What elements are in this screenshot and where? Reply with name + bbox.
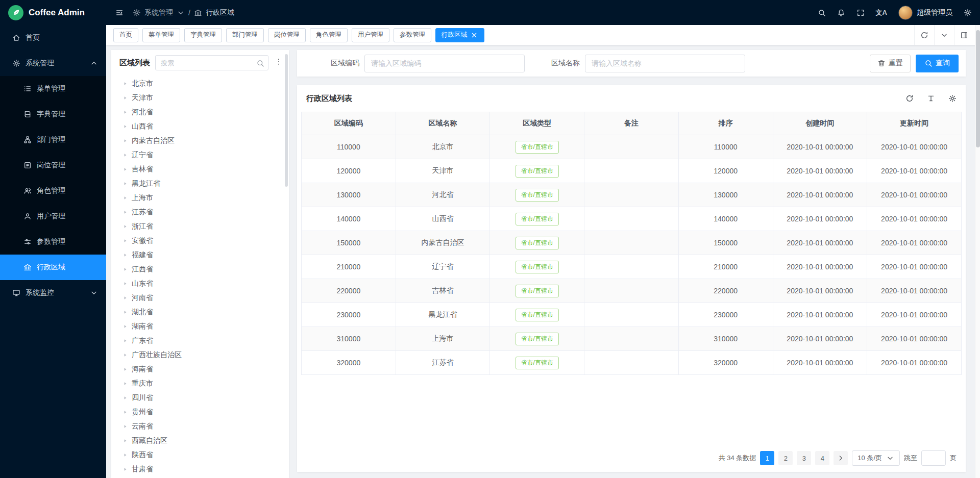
- jump-page-input[interactable]: [921, 450, 946, 466]
- page-button[interactable]: 2: [778, 451, 793, 465]
- sidebar-group-system[interactable]: 系统管理: [0, 51, 106, 76]
- sidebar-item-user-mgmt[interactable]: 用户管理: [0, 204, 106, 229]
- column-header[interactable]: 区域名称: [396, 112, 490, 135]
- table-row[interactable]: 120000 天津市 省市/直辖市 120000 2020-10-01 00:0…: [302, 159, 962, 183]
- tree-node[interactable]: 重庆市: [111, 376, 289, 391]
- tab[interactable]: 岗位管理: [268, 28, 306, 42]
- sidebar-item-region[interactable]: 行政区域: [0, 255, 106, 280]
- layout-panel-button[interactable]: [954, 25, 974, 45]
- notifications-button[interactable]: [837, 9, 845, 17]
- app-logo[interactable]: Coffee Admin: [0, 0, 106, 25]
- close-icon[interactable]: [470, 31, 478, 39]
- column-header[interactable]: 排序: [678, 112, 773, 135]
- tab-actions-button[interactable]: [934, 25, 954, 45]
- region-name-input[interactable]: [585, 55, 745, 72]
- sidebar-group-monitor[interactable]: 系统监控: [0, 280, 106, 306]
- caret-right-icon[interactable]: [122, 110, 128, 115]
- more-options-button[interactable]: [274, 57, 284, 69]
- tree-node[interactable]: 湖北省: [111, 305, 289, 319]
- tree-node[interactable]: 四川省: [111, 391, 289, 405]
- reset-button[interactable]: 重置: [870, 55, 911, 72]
- caret-right-icon[interactable]: [122, 167, 128, 172]
- tree-node[interactable]: 浙江省: [111, 219, 289, 234]
- breadcrumb-section[interactable]: 系统管理: [144, 8, 173, 17]
- caret-right-icon[interactable]: [122, 224, 128, 229]
- page-scrollbar[interactable]: [975, 25, 980, 478]
- caret-right-icon[interactable]: [122, 353, 128, 358]
- caret-right-icon[interactable]: [122, 395, 128, 400]
- column-header[interactable]: 创建时间: [773, 112, 867, 135]
- tree-node[interactable]: 北京市: [111, 77, 289, 91]
- caret-right-icon[interactable]: [122, 295, 128, 300]
- settings-button[interactable]: [964, 9, 972, 17]
- page-size-select[interactable]: 10 条/页: [852, 450, 900, 466]
- caret-right-icon[interactable]: [122, 181, 128, 186]
- tree-node[interactable]: 黑龙江省: [111, 177, 289, 191]
- scrollbar-thumb[interactable]: [976, 30, 980, 147]
- density-button[interactable]: [927, 94, 935, 103]
- refresh-tab-button[interactable]: [914, 25, 934, 45]
- tree-node[interactable]: 贵州省: [111, 405, 289, 419]
- sidebar-item-role-mgmt[interactable]: 角色管理: [0, 178, 106, 204]
- language-button[interactable]: 文A: [876, 8, 887, 17]
- tree-node[interactable]: 山西省: [111, 119, 289, 134]
- sidebar-item-home[interactable]: 首页: [0, 25, 106, 51]
- caret-right-icon[interactable]: [122, 210, 128, 215]
- sidebar-item-post-mgmt[interactable]: 岗位管理: [0, 153, 106, 178]
- tab[interactable]: 行政区域: [435, 28, 484, 42]
- tab[interactable]: 参数管理: [394, 28, 431, 42]
- caret-right-icon[interactable]: [122, 195, 128, 200]
- tree-node[interactable]: 河北省: [111, 105, 289, 119]
- caret-right-icon[interactable]: [122, 281, 128, 286]
- avatar[interactable]: [898, 6, 913, 20]
- tab[interactable]: 用户管理: [352, 28, 389, 42]
- tab[interactable]: 角色管理: [310, 28, 348, 42]
- tree-search-input[interactable]: [155, 55, 268, 70]
- tab[interactable]: 部门管理: [226, 28, 264, 42]
- table-row[interactable]: 140000 山西省 省市/直辖市 140000 2020-10-01 00:0…: [302, 207, 962, 231]
- caret-right-icon[interactable]: [122, 253, 128, 258]
- header-search-button[interactable]: [818, 9, 826, 17]
- tree-node[interactable]: 上海市: [111, 191, 289, 205]
- next-page-button[interactable]: [834, 451, 848, 465]
- caret-right-icon[interactable]: [122, 310, 128, 315]
- caret-right-icon[interactable]: [122, 467, 128, 472]
- caret-right-icon[interactable]: [122, 153, 128, 158]
- table-row[interactable]: 110000 北京市 省市/直辖市 110000 2020-10-01 00:0…: [302, 135, 962, 159]
- table-row[interactable]: 210000 辽宁省 省市/直辖市 210000 2020-10-01 00:0…: [302, 255, 962, 279]
- sidebar-item-dept-mgmt[interactable]: 部门管理: [0, 127, 106, 153]
- caret-right-icon[interactable]: [122, 452, 128, 458]
- table-row[interactable]: 230000 黑龙江省 省市/直辖市 230000 2020-10-01 00:…: [302, 303, 962, 327]
- tree-node[interactable]: 海南省: [111, 362, 289, 376]
- table-row[interactable]: 130000 河北省 省市/直辖市 130000 2020-10-01 00:0…: [302, 183, 962, 207]
- tab[interactable]: 字典管理: [184, 28, 222, 42]
- tree-node[interactable]: 江西省: [111, 262, 289, 276]
- column-header[interactable]: 更新时间: [867, 112, 962, 135]
- tree-node[interactable]: 内蒙古自治区: [111, 134, 289, 148]
- tree-node[interactable]: 甘肃省: [111, 462, 289, 476]
- query-button[interactable]: 查询: [916, 55, 959, 72]
- region-code-input[interactable]: [364, 55, 525, 72]
- tree-node[interactable]: 广西壮族自治区: [111, 348, 289, 362]
- column-header[interactable]: 区域编码: [302, 112, 396, 135]
- user-menu[interactable]: 超级管理员: [898, 6, 952, 20]
- page-button[interactable]: 3: [797, 451, 811, 465]
- caret-right-icon[interactable]: [122, 124, 128, 129]
- tree-node[interactable]: 江苏省: [111, 205, 289, 219]
- tree-node[interactable]: 天津市: [111, 91, 289, 105]
- tree-node[interactable]: 安徽省: [111, 234, 289, 248]
- sidebar-collapse-button[interactable]: [106, 9, 133, 17]
- caret-right-icon[interactable]: [122, 410, 128, 415]
- caret-right-icon[interactable]: [122, 81, 128, 86]
- caret-right-icon[interactable]: [122, 438, 128, 443]
- caret-right-icon[interactable]: [122, 338, 128, 343]
- tree-node[interactable]: 辽宁省: [111, 148, 289, 162]
- fullscreen-button[interactable]: [856, 9, 865, 17]
- caret-right-icon[interactable]: [122, 424, 128, 429]
- tree-scrollbar-thumb[interactable]: [285, 54, 288, 187]
- table-row[interactable]: 220000 吉林省 省市/直辖市 220000 2020-10-01 00:0…: [302, 279, 962, 303]
- column-header[interactable]: 区域类型: [490, 112, 584, 135]
- tree-node[interactable]: 广东省: [111, 334, 289, 348]
- page-button[interactable]: 1: [760, 451, 774, 465]
- column-header[interactable]: 备注: [584, 112, 679, 135]
